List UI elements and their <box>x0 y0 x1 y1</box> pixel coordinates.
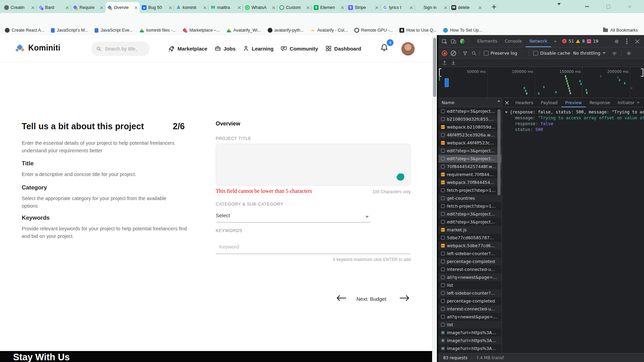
window-close-button[interactable] <box>625 3 634 10</box>
request-row[interactable]: b2108059d32fc855.… <box>438 115 502 123</box>
request-row[interactable]: image?url=https%3A… <box>438 329 502 337</box>
warning-badge-icon[interactable] <box>576 39 580 43</box>
preserve-log-checkbox[interactable] <box>484 51 489 56</box>
request-row[interactable]: edit?step=3&project… <box>438 107 502 115</box>
keyword-input[interactable] <box>218 243 323 250</box>
request-list-scrollbar[interactable] <box>497 109 501 195</box>
tab-search-chevron-icon[interactable] <box>557 5 561 11</box>
new-tab-button[interactable] <box>490 3 498 11</box>
request-row[interactable]: left-sidebar-counter?… <box>438 250 502 257</box>
export-har-icon[interactable] <box>450 59 457 66</box>
prev-step-button[interactable] <box>336 295 346 301</box>
network-search-icon[interactable] <box>471 50 477 57</box>
more-tabs-icon[interactable]: » <box>554 39 556 44</box>
request-row[interactable]: interest-connected-u… <box>438 265 502 273</box>
tab-bug-50[interactable]: uBug 50 <box>140 2 174 13</box>
disable-cache-label[interactable]: Disable cache <box>540 51 570 56</box>
tab-close-icon[interactable] <box>307 6 310 9</box>
request-row[interactable]: 46f4ff523ce3926a.w… <box>438 131 502 139</box>
timeline-right-handle[interactable] <box>641 68 643 77</box>
bookmark-marketplace[interactable]: Marketplace –... <box>182 28 220 33</box>
preview-line[interactable]: status: 500 <box>502 127 644 133</box>
tab-kominit[interactable]: Akominit <box>174 2 208 13</box>
network-overview-timeline[interactable]: 50000 ms100000 ms150000 ms200000 ms <box>438 67 644 98</box>
tab-whatsa[interactable]: WhatsA <box>243 2 277 13</box>
bookmark-how-to-set-up[interactable]: How To Set Up... <box>443 28 482 33</box>
filter-icon[interactable] <box>462 50 469 57</box>
request-row[interactable]: fetch-project?step=1… <box>438 186 502 194</box>
tab-stripe[interactable]: SStripe <box>346 2 380 13</box>
bookmark-avatarify-wi[interactable]: Avatarify_Wi... <box>226 28 261 33</box>
name-column-header[interactable]: Name <box>438 98 502 107</box>
tab-close-icon[interactable] <box>169 6 172 9</box>
request-row[interactable]: image?url=https%3A… <box>438 344 502 352</box>
throttling-select[interactable]: No throttling <box>573 51 600 56</box>
detail-more-tabs-icon[interactable]: » <box>637 100 639 105</box>
devtools-close-icon[interactable] <box>634 38 641 45</box>
devtools-tab-elements[interactable]: Elements <box>473 35 501 47</box>
next-step-label[interactable]: Next: Budget <box>356 296 386 302</box>
request-row[interactable]: edit?step=3&project… <box>438 147 502 155</box>
tab-close-icon[interactable] <box>375 6 378 9</box>
bookmark-how-to-use-q[interactable]: AHow to Use Q... <box>399 28 437 33</box>
tab-close-icon[interactable] <box>203 6 206 9</box>
tab-close-icon[interactable] <box>479 6 482 9</box>
category-select[interactable]: Select <box>216 212 371 222</box>
bookmark-javascript-eve[interactable]: JavaScript Eve... <box>95 28 133 33</box>
issues-count[interactable]: 19 <box>593 39 598 44</box>
tab-bard[interactable]: Bard <box>36 2 71 13</box>
expand-arrow-icon[interactable] <box>505 111 508 113</box>
timeline-left-handle[interactable] <box>439 68 441 77</box>
bookmark-javascript-s-m[interactable]: JavaScript's M... <box>51 28 88 33</box>
tab-require[interactable]: Require <box>71 2 105 13</box>
import-har-icon[interactable] <box>441 59 448 66</box>
detail-tab-payload[interactable]: Payload <box>537 98 561 107</box>
tab-delete[interactable]: Mdelete <box>449 2 484 13</box>
tab-creatin[interactable]: Creatin <box>2 2 36 13</box>
record-icon[interactable] <box>441 50 448 57</box>
request-row[interactable]: get-countries <box>438 194 502 202</box>
request-row[interactable]: list <box>438 321 502 329</box>
tab-custom[interactable]: Custom <box>277 2 312 13</box>
tab-close-icon[interactable] <box>341 6 344 9</box>
devtools-tab-console[interactable]: Console <box>501 35 526 47</box>
user-avatar[interactable] <box>401 42 415 56</box>
device-toolbar-icon[interactable] <box>450 38 457 45</box>
request-row[interactable]: interest-connected-u… <box>438 305 502 313</box>
request-row[interactable]: <>webpack.70f844454… <box>438 178 502 186</box>
request-row[interactable]: 5dbe77cd60585787… <box>438 234 502 242</box>
preview-line[interactable]: message: "Trying to access array offset … <box>502 115 644 121</box>
request-row[interactable]: list <box>438 281 502 289</box>
request-row[interactable]: <>requirement.70f844… <box>438 171 502 178</box>
page-scrollbar[interactable] <box>432 35 437 362</box>
request-row[interactable]: <>webpack.b2108059d… <box>438 123 502 131</box>
error-count[interactable]: 51 <box>569 39 574 44</box>
issues-badge-icon[interactable]: ✕ <box>587 39 591 43</box>
request-row[interactable]: percentage-completed <box>438 257 502 265</box>
nav-item-jobs[interactable]: Jobs <box>214 45 236 52</box>
detail-tab-response[interactable]: Response <box>586 98 614 107</box>
nav-item-community[interactable]: Community <box>280 45 318 52</box>
tab-elemen[interactable]: SElemen <box>312 2 346 13</box>
tab-close-icon[interactable] <box>410 6 413 9</box>
request-row[interactable]: all?q=newest&page=… <box>438 313 502 321</box>
vue-devtools-icon[interactable] <box>459 38 466 45</box>
tab-close-icon[interactable] <box>272 6 275 9</box>
request-row[interactable]: all?q=newest&page=… <box>438 273 502 281</box>
request-row[interactable]: left-sidebar-counter?… <box>438 289 502 297</box>
preserve-log-label[interactable]: Preserve log <box>491 51 517 56</box>
error-badge-icon[interactable]: ✕ <box>562 39 567 43</box>
tab-lyrics-t[interactable]: Glyrics t <box>380 2 415 13</box>
tab-close-icon[interactable] <box>31 6 34 9</box>
tab-overvie[interactable]: Overvie <box>105 2 140 13</box>
clear-icon[interactable] <box>450 50 457 57</box>
warning-count[interactable]: 8 <box>582 39 585 44</box>
network-settings-gear-icon[interactable] <box>625 50 632 57</box>
search-input[interactable] <box>104 46 147 52</box>
all-bookmarks-button[interactable]: All Bookmarks <box>603 25 638 35</box>
kominiti-logo-icon[interactable] <box>16 44 25 54</box>
settings-gear-icon[interactable] <box>613 38 620 45</box>
detail-tab-initiator[interactable]: Initiator <box>614 98 638 107</box>
request-row[interactable]: 70f844454257448f.w… <box>438 163 502 171</box>
nav-item-learning[interactable]: Learning <box>243 45 273 52</box>
